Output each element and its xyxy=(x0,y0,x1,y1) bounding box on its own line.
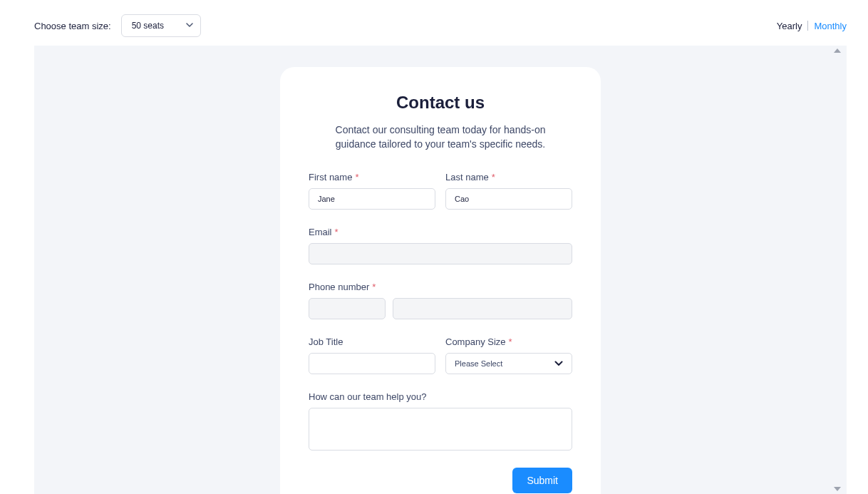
email-row: Email* xyxy=(309,227,572,264)
phone-row: Phone number* xyxy=(309,282,572,319)
company-size-field-wrap: Company Size* Please Select xyxy=(445,336,572,374)
phone-label: Phone number* xyxy=(309,282,572,292)
team-size-control: Choose team size: 50 seats xyxy=(34,14,201,37)
header-bar: Choose team size: 50 seats Yearly Monthl… xyxy=(0,0,868,44)
job-company-row: Job Title Company Size* Please Select xyxy=(309,336,572,374)
job-title-field-wrap: Job Title xyxy=(309,336,435,374)
scroll-down-icon[interactable] xyxy=(834,487,841,491)
help-row: How can our team help you? xyxy=(309,391,572,451)
company-size-value: Please Select xyxy=(455,359,502,368)
first-name-field-wrap: First name* xyxy=(309,172,435,210)
company-size-select[interactable]: Please Select xyxy=(445,353,572,374)
billing-divider xyxy=(807,21,808,31)
name-row: First name* Last name* xyxy=(309,172,572,210)
team-size-select[interactable]: 50 seats xyxy=(121,14,201,37)
submit-row: Submit xyxy=(309,468,572,493)
help-textarea[interactable] xyxy=(309,408,572,451)
submit-button[interactable]: Submit xyxy=(512,468,572,493)
scrollbar[interactable] xyxy=(832,46,842,494)
phone-country-input[interactable] xyxy=(309,298,386,319)
billing-yearly-option[interactable]: Yearly xyxy=(777,21,802,31)
billing-monthly-option[interactable]: Monthly xyxy=(814,21,847,31)
content-area: Contact us Contact our consulting team t… xyxy=(34,46,847,494)
job-title-input[interactable] xyxy=(309,353,435,374)
chevron-down-icon xyxy=(554,359,563,368)
form-subtitle: Contact our consulting team today for ha… xyxy=(309,123,572,152)
chevron-down-icon xyxy=(186,23,192,29)
help-label: How can our team help you? xyxy=(309,391,572,402)
team-size-value: 50 seats xyxy=(132,21,164,31)
last-name-input[interactable] xyxy=(445,188,572,210)
company-size-label: Company Size* xyxy=(445,336,572,347)
team-size-label: Choose team size: xyxy=(34,21,111,31)
email-label: Email* xyxy=(309,227,572,237)
contact-form-card: Contact us Contact our consulting team t… xyxy=(280,67,601,494)
phone-number-input[interactable] xyxy=(393,298,572,319)
email-field-wrap: Email* xyxy=(309,227,572,264)
billing-toggle: Yearly Monthly xyxy=(777,21,847,31)
email-input[interactable] xyxy=(309,243,572,264)
job-title-label: Job Title xyxy=(309,336,435,347)
form-title: Contact us xyxy=(309,93,572,113)
last-name-field-wrap: Last name* xyxy=(445,172,572,210)
last-name-label: Last name* xyxy=(445,172,572,182)
first-name-label: First name* xyxy=(309,172,435,182)
scroll-up-icon[interactable] xyxy=(834,48,841,53)
first-name-input[interactable] xyxy=(309,188,435,210)
